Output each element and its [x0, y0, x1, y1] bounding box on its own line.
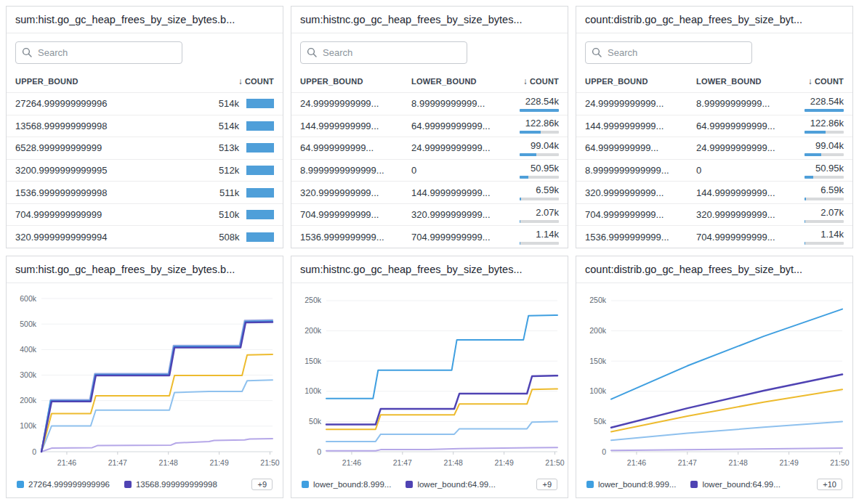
legend-label: lower_bound:8.999...	[598, 480, 676, 489]
search-icon	[307, 47, 317, 57]
x-axis-tick-label: 21:49	[209, 458, 228, 467]
table-row[interactable]: 6528.999999999999513k	[7, 137, 283, 159]
legend-item[interactable]: lower_bound:64.99...	[406, 480, 495, 489]
column-header-lower-bound[interactable]: LOWER_BOUND	[696, 77, 808, 86]
legend-item[interactable]: 13568.999999999998	[124, 480, 217, 489]
search-input[interactable]	[300, 41, 467, 64]
count-bar-track	[804, 198, 844, 200]
y-axis-tick-label: 0	[32, 447, 36, 456]
table-body: 24.99999999999...8.99999999999...228.54k…	[576, 92, 852, 248]
x-axis-tick-label: 21:50	[830, 458, 849, 467]
legend-label: 27264.999999999996	[28, 480, 110, 489]
legend-item[interactable]: 27264.999999999996	[17, 480, 110, 489]
column-header-upper-bound[interactable]: UPPER_BOUND	[15, 77, 238, 86]
count-bar	[804, 198, 806, 200]
count-cell: 514k	[213, 121, 274, 131]
legend-item[interactable]: lower_bound:8.999...	[302, 480, 391, 489]
count-bar-track	[804, 153, 844, 156]
legend-more-button[interactable]: +9	[536, 479, 557, 490]
column-header-upper-bound[interactable]: UPPER_BOUND	[300, 77, 411, 86]
x-axis-tick-label: 21:49	[494, 458, 513, 467]
y-axis-tick-label: 50k	[309, 417, 322, 426]
search-input[interactable]	[15, 41, 182, 64]
cell-upper_bound: 64.9999999999...	[585, 142, 696, 153]
table-row[interactable]: 320.9999999999...144.9999999999...6.59k	[291, 181, 568, 203]
table-header: UPPER_BOUND LOWER_BOUND ↓COUNT	[576, 70, 852, 92]
y-axis-tick-label: 500k	[20, 320, 37, 328]
line-chart[interactable]: 050k100k150k200k250k21:4621:4721:4821:49…	[576, 283, 852, 476]
cell-upper_bound: 27264.999999999996	[15, 98, 213, 109]
line-chart[interactable]: 050k100k150k200k250k21:4621:4721:4821:49…	[291, 283, 568, 476]
chart-legend: lower_bound:8.999...lower_bound:64.99...…	[576, 476, 852, 497]
table-row[interactable]: 64.9999999999...24.99999999999...99.04k	[576, 137, 852, 159]
legend-label: 13568.999999999998	[136, 480, 217, 489]
y-axis-tick-label: 200k	[589, 326, 607, 335]
x-axis-tick-label: 21:48	[729, 458, 748, 467]
count-bar-track	[804, 176, 844, 179]
cell-upper_bound: 704.9999999999...	[300, 209, 411, 220]
count-bar	[246, 121, 274, 131]
y-axis-tick-label: 150k	[589, 357, 607, 365]
series-line-purple	[41, 322, 273, 452]
table-body: 27264.999999999996514k13568.999999999998…	[7, 92, 283, 248]
table-row[interactable]: 8.9999999999999...050.95k	[291, 159, 568, 182]
count-value: 228.54k	[525, 96, 559, 107]
legend-more-button[interactable]: +10	[817, 479, 842, 490]
legend-item[interactable]: lower_bound:8.999...	[586, 480, 676, 489]
table-row[interactable]: 13568.999999999998514k	[7, 115, 283, 137]
legend-item[interactable]: lower_bound:64.99...	[690, 480, 780, 489]
table-row[interactable]: 320.99999999999994508k	[7, 225, 283, 248]
search-wrap	[300, 41, 559, 64]
count-cell: 1.14k	[520, 229, 559, 245]
legend-swatch	[124, 481, 132, 488]
count-cell: 50.95k	[520, 163, 559, 179]
count-value: 2.07k	[820, 207, 844, 218]
series-line-blue	[326, 315, 557, 399]
table-row[interactable]: 704.9999999999...320.9999999999...2.07k	[576, 203, 852, 226]
table-header: UPPER_BOUND LOWER_BOUND ↓COUNT	[291, 70, 568, 92]
table-row[interactable]: 704.9999999999...320.9999999999...2.07k	[291, 203, 568, 226]
x-axis-tick-label: 21:47	[393, 458, 412, 467]
table-row[interactable]: 144.9999999999...64.99999999999...122.86…	[291, 115, 568, 137]
cell-upper_bound: 144.9999999999...	[300, 121, 411, 131]
column-header-count[interactable]: ↓COUNT	[808, 76, 844, 86]
chart-legend: 27264.99999999999613568.999999999998+9	[7, 476, 283, 497]
table-row[interactable]: 144.9999999999...64.99999999999...122.86…	[576, 115, 852, 137]
series-line-yellow	[41, 354, 273, 452]
table-row[interactable]: 24.99999999999...8.99999999999...228.54k	[576, 92, 852, 115]
table-row[interactable]: 1536.9999999999...704.9999999999...1.14k	[291, 225, 568, 248]
chart-panel-distrib: count:distrib.go_gc_heap_frees_by_size_b…	[576, 256, 853, 498]
column-header-count[interactable]: ↓COUNT	[523, 76, 559, 86]
count-cell: 512k	[213, 165, 274, 176]
line-chart[interactable]: 0100k200k300k400k500k600k21:4621:4721:48…	[7, 283, 283, 476]
table-row[interactable]: 64.9999999999...24.99999999999...99.04k	[291, 137, 568, 159]
count-value: 50.95k	[815, 163, 844, 174]
table-row[interactable]: 27264.999999999996514k	[7, 92, 283, 115]
table-row[interactable]: 704.9999999999999510k	[7, 203, 283, 226]
column-header-lower-bound[interactable]: LOWER_BOUND	[411, 77, 523, 86]
count-cell: 2.07k	[804, 207, 844, 223]
column-header-upper-bound[interactable]: UPPER_BOUND	[585, 77, 696, 86]
x-axis-tick-label: 21:46	[627, 458, 646, 467]
search-input[interactable]	[585, 41, 752, 64]
table-row[interactable]: 24.99999999999...8.99999999999...228.54k	[291, 92, 568, 115]
search-icon	[22, 47, 32, 57]
column-header-count[interactable]: ↓COUNT	[238, 76, 274, 86]
legend-more-button[interactable]: +9	[251, 479, 273, 490]
table-row[interactable]: 3200.9999999999995512k	[7, 159, 283, 182]
count-bar	[246, 188, 274, 198]
cell-lower_bound: 24.99999999999...	[411, 142, 520, 153]
table-row[interactable]: 320.9999999999...144.9999999999...6.59k	[576, 181, 852, 203]
cell-lower_bound: 320.9999999999...	[411, 209, 520, 220]
table-row[interactable]: 1536.9999999999998511k	[7, 181, 283, 203]
table-row[interactable]: 1536.9999999999...704.9999999999...1.14k	[576, 225, 852, 248]
count-value: 50.95k	[531, 163, 559, 174]
count-value: 2.07k	[536, 207, 559, 218]
count-bar	[246, 143, 274, 153]
cell-lower_bound: 144.9999999999...	[411, 187, 520, 198]
count-bar	[246, 99, 274, 108]
table-row[interactable]: 8.9999999999999...050.95k	[576, 159, 852, 182]
count-value: 1.14k	[820, 229, 844, 240]
count-value: 514k	[213, 98, 239, 109]
table-body: 24.99999999999...8.99999999999...228.54k…	[291, 92, 568, 248]
